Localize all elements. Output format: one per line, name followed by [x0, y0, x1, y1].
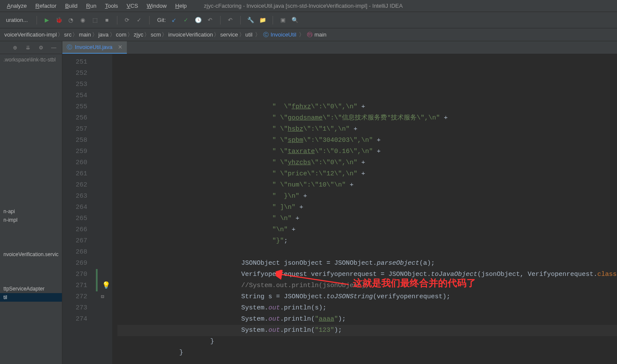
tree-item[interactable]: n-impl	[0, 216, 62, 224]
sdk-icon[interactable]: 📁	[259, 16, 267, 24]
back-icon[interactable]: ↶	[227, 16, 234, 24]
gutter-icons: 💡⊟	[98, 54, 112, 364]
sidebar-path: .workspace\link-ttc-stbl	[0, 54, 62, 65]
run-config-label[interactable]: uration...	[3, 16, 31, 24]
breadcrumb-item[interactable]: voiceVerification-impl	[4, 31, 57, 38]
menu-vcs[interactable]: VCS	[123, 1, 143, 11]
git-label: Git:	[157, 17, 166, 23]
project-tree[interactable]: n-apin-implnvoiceVerification.servicttpS…	[0, 65, 62, 364]
search-icon[interactable]: 🔍	[291, 16, 299, 24]
menu-build[interactable]: Build	[61, 1, 82, 11]
run-icon[interactable]: ▶	[43, 16, 51, 24]
breadcrumb-method[interactable]: main	[314, 31, 326, 38]
breadcrumb-item[interactable]: zjyc	[134, 31, 143, 38]
git-update-icon[interactable]: ↙	[170, 16, 178, 24]
avd-icon[interactable]: ▣	[279, 16, 287, 24]
breadcrumb-item[interactable]: util	[246, 31, 253, 38]
breadcrumb-method-icon: ⓜ	[307, 31, 313, 39]
breadcrumb-class[interactable]: InvoiceUtil	[270, 31, 296, 38]
tree-item[interactable]: til	[0, 293, 62, 302]
git-revert-icon[interactable]: ↶	[206, 16, 214, 24]
breadcrumb-item[interactable]: src	[64, 31, 71, 38]
locate-icon[interactable]: ⊕	[11, 44, 19, 52]
project-sidebar: ⊕ ⇊ ⚙ — .workspace\link-ttc-stbl n-apin-…	[0, 41, 62, 364]
gear-icon[interactable]: ⚙	[37, 44, 45, 52]
tab-label: InvoiceUtil.java	[75, 44, 112, 50]
menu-run[interactable]: Run	[82, 1, 101, 11]
git-commit-icon[interactable]: ✓	[182, 16, 190, 24]
debug-icon[interactable]: 🐞	[55, 16, 63, 24]
breadcrumb-class-icon: Ⓒ	[263, 31, 269, 39]
git-history-icon[interactable]: 🕓	[194, 16, 202, 24]
window-title: zjyc-cFactoring - InvoiceUtil.java [scm-…	[204, 3, 402, 9]
commit-icon[interactable]: ✓	[135, 16, 143, 24]
hide-icon[interactable]: —	[50, 44, 58, 52]
breadcrumb-item[interactable]: scm	[150, 31, 161, 38]
intention-bulb-icon[interactable]: 💡	[102, 280, 111, 291]
attach-icon[interactable]: ⬚	[91, 16, 99, 24]
settings-icon[interactable]: 🔧	[247, 16, 255, 24]
tree-item[interactable]: ttpServiceAdapter	[0, 284, 62, 293]
editor-tabs: Ⓒ InvoiceUtil.java ✕	[62, 41, 617, 54]
breadcrumb-item[interactable]: invoiceVerification	[168, 31, 213, 38]
menu-help[interactable]: Help	[171, 1, 191, 11]
coverage-icon[interactable]: ◔	[67, 16, 75, 24]
menu-tools[interactable]: Tools	[101, 1, 122, 11]
stop-icon[interactable]: ■	[103, 16, 111, 24]
toolbar: uration... ▶ 🐞 ◔ ◉ ⬚ ■ ⟳ ✓ Git: ↙ ✓ 🕓 ↶ …	[0, 12, 617, 28]
breadcrumb-item[interactable]: com	[116, 31, 127, 38]
close-icon[interactable]: ✕	[118, 44, 123, 50]
menu-analyze[interactable]: Analyze	[3, 1, 31, 11]
editor-area: Ⓒ InvoiceUtil.java ✕ 2512522532542552562…	[62, 41, 617, 364]
breadcrumb-item[interactable]: service	[220, 31, 238, 38]
fold-icon[interactable]: ⊟	[101, 291, 104, 303]
tab-invoiceutil[interactable]: Ⓒ InvoiceUtil.java ✕	[62, 41, 126, 54]
profile-icon[interactable]: ◉	[79, 16, 87, 24]
breadcrumb: voiceVerification-impl〉src〉main〉java〉com…	[0, 28, 617, 41]
update-icon[interactable]: ⟳	[123, 16, 131, 24]
menubar: AnalyzeRefactorBuildRunToolsVCSWindowHel…	[0, 0, 617, 12]
menu-window[interactable]: Window	[142, 1, 171, 11]
tree-item[interactable]: n-api	[0, 207, 62, 216]
breadcrumb-item[interactable]: java	[98, 31, 109, 38]
collapse-icon[interactable]: ⇊	[24, 44, 32, 52]
file-icon: Ⓒ	[67, 43, 72, 51]
tree-item[interactable]: nvoiceVerification.servic	[0, 250, 62, 259]
code-content[interactable]: 这就是我们最终合并的代码了 " \"fphxz\":\"0\",\n" + " …	[112, 54, 617, 364]
line-gutter[interactable]: 2512522532542552562572582592602612622632…	[62, 54, 96, 364]
breadcrumb-item[interactable]: main	[79, 31, 91, 38]
code-editor[interactable]: 2512522532542552562572582592602612622632…	[62, 54, 617, 364]
menu-refactor[interactable]: Refactor	[31, 1, 61, 11]
